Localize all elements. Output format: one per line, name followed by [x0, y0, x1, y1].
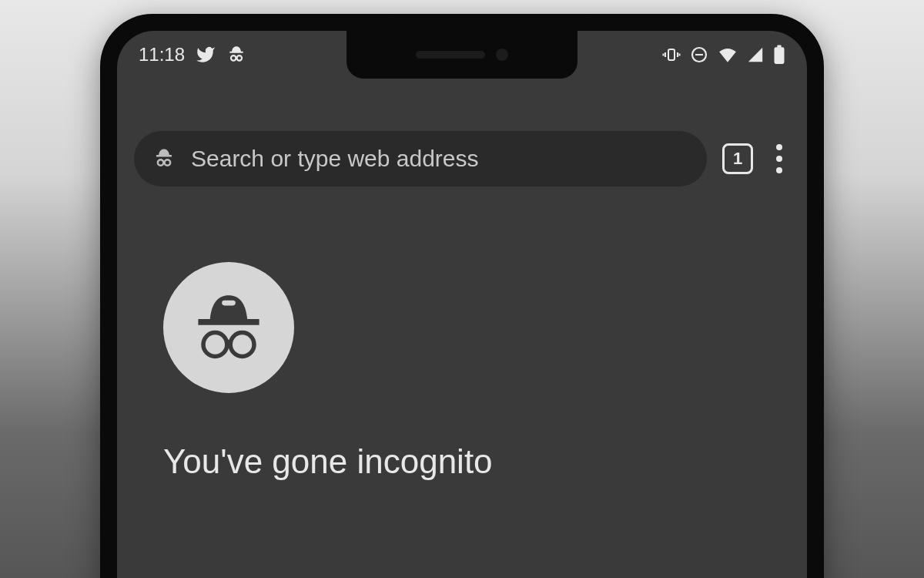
menu-dot-icon [776, 144, 782, 150]
status-bar-left: 11:18 [139, 44, 246, 66]
svg-rect-3 [668, 49, 675, 60]
svg-point-17 [230, 333, 254, 357]
incognito-hero-icon [163, 262, 294, 393]
menu-dot-icon [776, 156, 782, 162]
svg-rect-10 [775, 47, 785, 64]
status-bar: 11:18 [117, 31, 807, 79]
svg-point-0 [231, 55, 236, 61]
tab-switcher-button[interactable]: 1 [722, 143, 753, 174]
svg-rect-15 [222, 301, 236, 306]
phone-frame: 11:18 [100, 14, 824, 578]
twitter-icon [196, 45, 216, 65]
svg-point-12 [158, 160, 164, 166]
wifi-icon [718, 45, 738, 65]
overflow-menu-button[interactable] [768, 144, 790, 173]
incognito-status-icon [226, 45, 246, 65]
page-content: You've gone incognito [163, 262, 761, 481]
browser-toolbar: Search or type web address 1 [134, 131, 790, 187]
status-bar-right [662, 45, 785, 65]
svg-point-16 [203, 333, 227, 357]
phone-screen: 11:18 [117, 31, 807, 578]
tab-count: 1 [733, 149, 742, 169]
menu-dot-icon [776, 167, 782, 173]
battery-icon [773, 45, 785, 65]
address-bar[interactable]: Search or type web address [134, 131, 707, 187]
svg-point-13 [165, 160, 171, 166]
status-time: 11:18 [139, 44, 185, 66]
svg-point-1 [237, 55, 243, 61]
vibrate-icon [662, 45, 681, 64]
incognito-omnibox-icon [152, 147, 176, 170]
svg-rect-11 [777, 45, 781, 48]
do-not-disturb-icon [690, 45, 708, 64]
incognito-heading: You've gone incognito [163, 442, 761, 481]
address-bar-placeholder: Search or type web address [191, 146, 479, 172]
cellular-signal-icon [747, 46, 764, 63]
